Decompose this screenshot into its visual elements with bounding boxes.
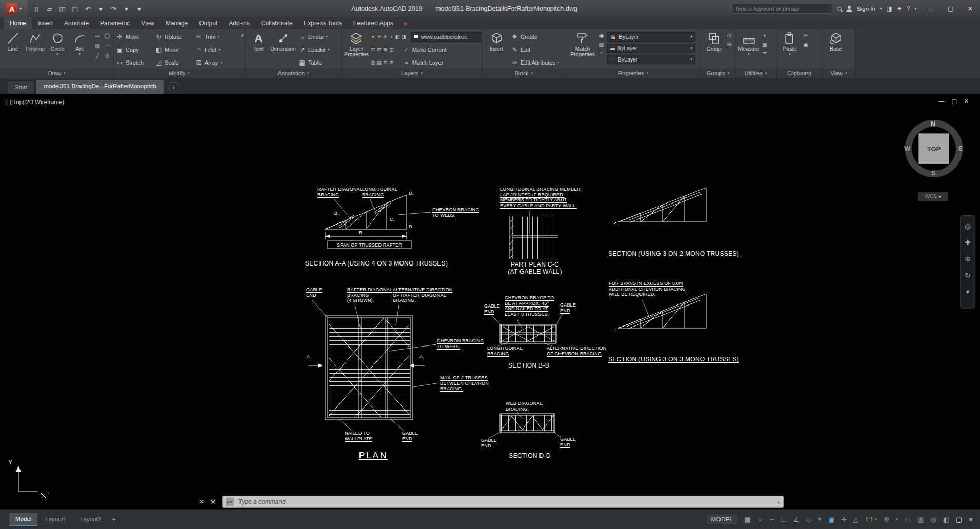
layer-isolate-icon[interactable]: ◧ bbox=[395, 34, 400, 39]
help-icon[interactable]: ? bbox=[907, 5, 910, 12]
layer-merge-icon[interactable]: ▥ bbox=[371, 60, 375, 65]
layout-tab-layout1[interactable]: Layout1 bbox=[39, 513, 72, 525]
search-icon[interactable] bbox=[837, 7, 842, 11]
command-close-icon[interactable]: ✕ bbox=[199, 498, 204, 505]
layer-delete-icon[interactable]: ▤ bbox=[377, 60, 382, 65]
transparency-icon[interactable]: ▥ bbox=[598, 42, 605, 47]
layer-lock-all-icon[interactable]: ⊠ bbox=[383, 47, 388, 52]
quick-properties-icon[interactable]: ▥ bbox=[917, 516, 924, 523]
tab-annotate[interactable]: Annotate bbox=[58, 17, 94, 29]
viewport-controls[interactable]: [-][Top][2D Wireframe] bbox=[6, 99, 64, 105]
search-input[interactable] bbox=[735, 6, 829, 12]
linear-dimension-tool[interactable]: ↔Linear▾ bbox=[298, 30, 330, 43]
object-color-dropdown[interactable]: ByLayer ▾ bbox=[607, 32, 695, 42]
tab-home[interactable]: Home bbox=[4, 17, 32, 29]
model-space-badge[interactable]: MODEL bbox=[707, 514, 738, 524]
panel-title-utilities[interactable]: Utilities▾ bbox=[735, 69, 776, 78]
construction-line-icon[interactable]: ╱ bbox=[93, 53, 102, 62]
connect-icon[interactable]: ◈ bbox=[403, 20, 407, 27]
fillet-tool[interactable]: ◝Fillet▾ bbox=[195, 43, 238, 56]
make-current-tool[interactable]: ✓ Make Current bbox=[403, 43, 447, 56]
layout-tab-model[interactable]: Model bbox=[9, 513, 37, 526]
object-snap-icon[interactable]: ▣ bbox=[828, 516, 834, 523]
panel-title-draw[interactable]: Draw▾ bbox=[0, 69, 113, 78]
object-snap-tracking-icon[interactable]: ⌖ bbox=[818, 515, 822, 523]
annotation-scale-control[interactable]: 1:1 ▾ bbox=[865, 516, 877, 522]
help-dropdown-icon[interactable]: ▾ bbox=[914, 7, 916, 11]
dynamic-input-icon[interactable]: ⌐ bbox=[770, 516, 774, 523]
customization-icon[interactable]: ≡ bbox=[969, 516, 973, 523]
app-store-icon[interactable]: ◨ bbox=[886, 5, 892, 12]
tab-insert[interactable]: Insert bbox=[32, 17, 58, 29]
circle-tool[interactable]: Circle ▾ bbox=[47, 30, 69, 69]
lineweight-dropdown[interactable]: ▬ ByLayer ▾ bbox=[607, 44, 695, 53]
tab-add-ins[interactable]: Add-ins bbox=[223, 17, 255, 29]
isolate-objects-icon[interactable]: ◎ bbox=[930, 516, 936, 523]
panel-title-view[interactable]: View▾ bbox=[823, 69, 855, 78]
array-tool[interactable]: ⊞Array▾ bbox=[195, 56, 238, 69]
sign-in-dropdown-icon[interactable]: ▾ bbox=[880, 7, 882, 11]
scale-tool[interactable]: ◿Scale bbox=[155, 56, 195, 69]
match-layer-tool[interactable]: ≈ Match Layer bbox=[403, 56, 444, 69]
dimension-tool[interactable]: Dimension bbox=[270, 30, 296, 69]
object-color-icon[interactable]: ◉ bbox=[598, 33, 605, 38]
panel-title-groups[interactable]: Groups▾ bbox=[701, 69, 735, 78]
hatch-icon[interactable]: ▨ bbox=[93, 43, 102, 52]
annotation-visibility-icon[interactable]: △ bbox=[853, 516, 858, 523]
pan-icon[interactable]: ✚ bbox=[965, 238, 971, 247]
layer-unisolate-icon[interactable]: ◨ bbox=[402, 34, 406, 39]
layer-on-icon[interactable]: ● bbox=[371, 34, 375, 39]
close-icon[interactable]: ✕ bbox=[961, 0, 980, 17]
grid-display-icon[interactable]: ▦ bbox=[744, 516, 750, 523]
line-tool[interactable]: Line bbox=[2, 30, 24, 69]
viewcube-south[interactable]: S bbox=[931, 169, 936, 177]
edit-attributes-tool[interactable]: ✑Edit Attributes▾ bbox=[511, 56, 559, 69]
annotation-monitor-icon[interactable]: ▭ bbox=[905, 516, 911, 523]
table-tool[interactable]: ▦Table bbox=[298, 56, 330, 69]
panel-title-clipboard[interactable]: Clipboard bbox=[776, 69, 822, 78]
create-block-tool[interactable]: ❖Create bbox=[511, 30, 559, 43]
tab-manage[interactable]: Manage bbox=[160, 17, 193, 29]
panel-title-properties[interactable]: Properties▾ bbox=[566, 69, 701, 78]
new-drawing-tab-button[interactable]: + bbox=[169, 82, 178, 91]
ortho-mode-icon[interactable]: ∟ bbox=[780, 516, 787, 523]
viewport-restore-icon[interactable]: ▢ bbox=[951, 98, 956, 105]
clean-screen-icon[interactable]: ▢ bbox=[956, 516, 962, 523]
command-history-icon[interactable]: ▴ bbox=[777, 499, 780, 504]
insert-block-tool[interactable]: Insert bbox=[484, 30, 509, 69]
application-menu-button[interactable]: A ▾ bbox=[0, 0, 28, 17]
layout-tab-layout2[interactable]: Layout2 bbox=[74, 513, 107, 525]
panel-title-layers[interactable]: Layers▾ bbox=[342, 69, 482, 78]
quick-calculator-icon[interactable]: ▦ bbox=[761, 42, 768, 48]
panel-title-annotation[interactable]: Annotation▾ bbox=[245, 69, 342, 78]
layer-previous-icon[interactable]: ⊟ bbox=[383, 60, 388, 65]
panel-title-modify[interactable]: Modify▾ bbox=[114, 69, 245, 78]
mirror-tool[interactable]: ◧Mirror bbox=[155, 43, 195, 56]
model-space-canvas[interactable]: [-][Top][2D Wireframe] — ▢ ✕ RAFTER DIAG… bbox=[0, 94, 980, 509]
cut-icon[interactable]: ✂ bbox=[802, 33, 809, 38]
open-icon[interactable]: ▱ bbox=[44, 5, 55, 13]
quick-select-icon[interactable]: ≣ bbox=[761, 51, 768, 56]
tab-parametric[interactable]: Parametric bbox=[94, 17, 135, 29]
stay-connected-icon[interactable]: ✦ bbox=[897, 5, 902, 12]
redo-dropdown-icon[interactable]: ▾ bbox=[121, 5, 132, 13]
copy-clip-icon[interactable]: ▣ bbox=[802, 42, 809, 47]
viewcube-top-face[interactable]: TOP bbox=[918, 133, 949, 164]
copy-tool[interactable]: ▣Copy bbox=[116, 43, 155, 56]
panel-title-block[interactable]: Block▾ bbox=[482, 69, 566, 78]
donut-icon[interactable]: ⊙ bbox=[103, 53, 111, 62]
navbar-more-icon[interactable]: ▾ bbox=[966, 288, 969, 296]
move-tool[interactable]: ✛Move bbox=[116, 30, 155, 43]
qat-customize-icon[interactable]: ▾ bbox=[133, 5, 145, 13]
ellipse-icon[interactable]: ◯ bbox=[103, 33, 111, 42]
layer-thaw-icon[interactable]: ☀ bbox=[377, 34, 382, 39]
redo-icon[interactable]: ↷ bbox=[108, 5, 119, 13]
layer-dropdown[interactable]: www.cadblocksfree. ▾ bbox=[411, 32, 487, 42]
layer-walk-icon[interactable]: ◫ bbox=[389, 47, 394, 52]
layer-properties-tool[interactable]: Layer Properties bbox=[344, 30, 369, 69]
layer-lock-icon[interactable]: ▪ bbox=[389, 34, 394, 39]
new-layout-button[interactable]: + bbox=[112, 515, 116, 523]
snap-mode-icon[interactable]: ⁘ bbox=[757, 516, 763, 523]
save-icon[interactable]: ◫ bbox=[56, 5, 68, 13]
paste-tool[interactable]: Paste ▾ bbox=[778, 30, 801, 69]
